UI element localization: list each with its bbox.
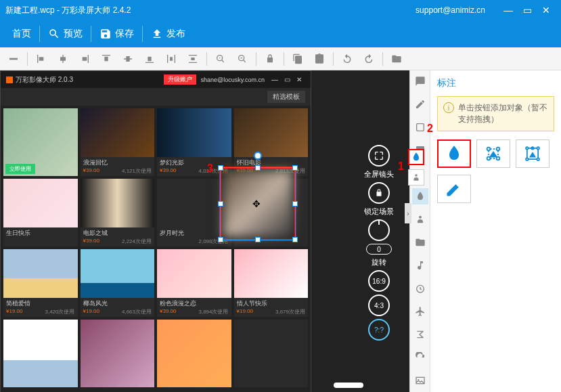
template-title: 简植爱情 [6, 299, 75, 308]
template-cell[interactable]: 粉色浪漫之恋¥39.003,894次使用 [157, 249, 231, 317]
effect-icon[interactable] [412, 188, 428, 204]
template-price: ¥39.00 [83, 167, 99, 175]
selected-blur-object[interactable]: ✥ [219, 167, 296, 241]
template-price: ¥39.00 [160, 167, 176, 175]
rotation-dial[interactable] [368, 219, 390, 241]
template-cell[interactable]: 电影之城¥39.002,224次使用 [81, 179, 155, 246]
mosaic-tool-button[interactable] [476, 139, 510, 168]
template-price: ¥39.00 [83, 238, 99, 245]
template-uses: 3,420次使用 [45, 308, 74, 315]
resize-handle[interactable] [255, 237, 261, 242]
home-button[interactable]: 首页 [5, 20, 38, 47]
template-cell[interactable] [234, 320, 309, 387]
template-uses: 3,679次使用 [275, 308, 305, 315]
gallery-icon[interactable] [412, 372, 428, 389]
folder-icon[interactable] [386, 49, 407, 68]
align-left-icon[interactable] [31, 49, 51, 68]
align-center-v-icon[interactable] [118, 49, 138, 68]
template-cell[interactable]: 简植爱情¥19.003,420次使用 [3, 249, 78, 317]
template-cell[interactable]: 情人节快乐¥19.003,679次使用 [234, 249, 309, 317]
use-template-button[interactable]: 立即使用 [5, 164, 35, 174]
preview-button[interactable]: 预览 [41, 20, 89, 47]
minimize-button[interactable]: — [499, 1, 518, 20]
mini-blur-button[interactable] [408, 149, 424, 165]
resize-handle[interactable] [218, 237, 223, 242]
resize-handle[interactable] [292, 201, 298, 206]
person-icon[interactable] [412, 211, 428, 227]
align-center-h-icon[interactable] [53, 49, 73, 68]
maximize-button[interactable]: ▭ [518, 1, 537, 20]
mini-person-button[interactable] [408, 169, 424, 186]
annotation-label-2: 2 [427, 123, 433, 135]
template-title: 粉色浪漫之恋 [160, 299, 229, 308]
annotation-label-1: 1 [398, 160, 404, 173]
timer-icon[interactable] [412, 280, 428, 297]
zoom-in-icon[interactable] [210, 49, 231, 68]
spotlight-tool-button[interactable] [516, 139, 549, 168]
template-cell[interactable]: 生日快乐 [3, 179, 78, 246]
align-tool-1[interactable] [3, 49, 24, 68]
refresh-icon[interactable] [412, 349, 428, 366]
resize-handle[interactable] [292, 165, 298, 171]
blur-tool-button[interactable] [437, 139, 471, 168]
template-cell[interactable] [81, 320, 155, 387]
template-uses: 3,894次使用 [198, 308, 228, 315]
pencil-icon[interactable] [412, 96, 428, 112]
undo-icon[interactable] [337, 49, 357, 68]
template-title: 生日快乐 [6, 229, 75, 238]
redo-icon[interactable] [359, 49, 379, 68]
chat-icon[interactable] [412, 73, 428, 89]
paste-icon[interactable] [309, 49, 330, 68]
svg-rect-0 [9, 58, 18, 60]
panel-title: 标注 [437, 77, 554, 89]
timeline-marker[interactable] [334, 383, 363, 388]
align-top-icon[interactable] [96, 49, 116, 68]
align-bottom-icon[interactable] [139, 49, 160, 68]
menu-bar: 首页 预览 保存 发布 [0, 20, 561, 47]
rotation-handle[interactable] [254, 152, 262, 160]
shape-icon[interactable] [412, 119, 428, 135]
resize-handle[interactable] [218, 201, 223, 206]
template-price: ¥19.00 [6, 308, 22, 315]
distribute-h-icon[interactable] [161, 49, 181, 68]
template-cell[interactable]: 浪漫回忆¥39.004,121次使用 [81, 108, 155, 176]
template-cell[interactable]: 椰岛风光¥19.004,663次使用 [81, 249, 155, 317]
save-button[interactable]: 保存 [93, 20, 141, 47]
sum-icon[interactable] [412, 326, 428, 343]
highlight-tool-button[interactable] [437, 175, 471, 203]
ratio-4-3-button[interactable]: 4:3 [368, 295, 390, 316]
resize-handle[interactable] [255, 165, 261, 171]
lock-scene-button[interactable] [368, 182, 390, 204]
rotation-value[interactable]: 0 [366, 244, 392, 255]
resize-handle[interactable] [292, 237, 298, 242]
template-cell[interactable] [3, 320, 78, 387]
templates-tab[interactable]: 精选模板 [267, 91, 305, 103]
lock-icon[interactable] [260, 49, 280, 68]
music-icon[interactable] [412, 257, 428, 274]
plane-icon[interactable] [412, 303, 428, 320]
support-email[interactable]: support@animiz.cn [416, 5, 485, 15]
expand-panel-button[interactable]: › [405, 203, 411, 223]
template-cell[interactable] [157, 320, 231, 387]
template-title: 浪漫回忆 [83, 158, 152, 167]
resize-handle[interactable] [218, 165, 223, 171]
zoom-out-icon[interactable] [232, 49, 252, 68]
subwin-max-icon[interactable]: ▭ [281, 74, 293, 86]
align-right-icon[interactable] [74, 49, 95, 68]
upgrade-badge[interactable]: 升级账户 [164, 74, 196, 85]
publish-button[interactable]: 发布 [144, 20, 192, 47]
ratio-custom-button[interactable]: ?:? [368, 319, 390, 341]
fullscreen-camera-button[interactable] [368, 145, 390, 167]
canvas-area[interactable]: 万彩影像大师 2.0.3 升级账户 shane@locusky.com.cn —… [0, 70, 409, 392]
title-bar: 新建工程.wcp - 万彩录屏大师 2.4.2 support@animiz.c… [0, 0, 561, 20]
folder-open-icon[interactable] [412, 234, 428, 251]
ratio-16-9-button[interactable]: 16:9 [368, 270, 390, 292]
annotation-label-3: 3 [207, 162, 213, 175]
close-button[interactable]: ✕ [537, 1, 556, 20]
subwin-min-icon[interactable]: — [269, 74, 281, 86]
subwin-email: shane@locusky.com.cn [200, 77, 265, 83]
subwin-close-icon[interactable]: ✕ [293, 74, 305, 86]
template-cell[interactable]: 立即使用 [3, 108, 78, 176]
distribute-v-icon[interactable] [183, 49, 203, 68]
copy-icon[interactable] [288, 49, 308, 68]
